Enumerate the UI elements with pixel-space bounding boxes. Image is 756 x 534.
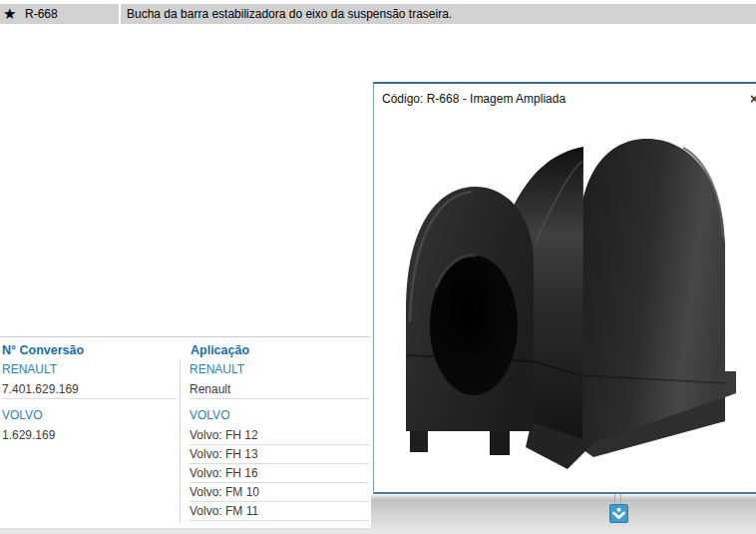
star-icon[interactable]: ★ <box>3 5 16 23</box>
list-item: 1.629.169 <box>2 426 177 444</box>
brand-link[interactable]: RENAULT <box>189 360 369 380</box>
list-item: Renault <box>189 380 369 399</box>
part-code-cell[interactable]: ★ R-668 <box>0 4 119 24</box>
brand-link[interactable]: VOLVO <box>2 406 177 426</box>
list-item: Volvo: FM 10 <box>189 483 369 502</box>
list-item: Volvo: FH 12 <box>189 426 369 445</box>
aplicacao-column: RENAULTRenaultVOLVOVolvo: FH 12Volvo: FH… <box>189 360 369 521</box>
brand-group: RENAULT7.401.629.169 <box>2 360 177 399</box>
list-item: Volvo: FM 11 <box>189 502 369 521</box>
list-item: 7.401.629.169 <box>2 380 177 399</box>
close-icon[interactable]: × <box>750 91 756 107</box>
column-header-conversao: N° Conversão <box>2 343 84 357</box>
image-modal: Código: R-668 - Imagem Ampliada × <box>373 82 756 494</box>
conversion-application-panel: N° Conversão Aplicação RENAULT7.401.629.… <box>0 336 371 528</box>
catalog-page: ★ R-668 Bucha da barra estabilizadora do… <box>0 0 756 534</box>
part-summary-row: ★ R-668 Bucha da barra estabilizadora do… <box>0 4 756 24</box>
chevron-down-button[interactable] <box>609 504 628 523</box>
list-item: Volvo: FH 16 <box>189 464 369 483</box>
column-divider <box>180 360 181 523</box>
conversao-column: RENAULT7.401.629.169VOLVO1.629.169 <box>2 360 177 444</box>
brand-group: RENAULTRenault <box>189 360 369 399</box>
brand-group: VOLVO1.629.169 <box>2 406 177 444</box>
modal-title: Código: R-668 - Imagem Ampliada <box>382 92 566 106</box>
product-image <box>384 122 753 486</box>
brand-link[interactable]: RENAULT <box>2 360 177 380</box>
part-code: R-668 <box>25 7 58 21</box>
column-header-aplicacao: Aplicação <box>190 343 249 357</box>
brand-link[interactable]: VOLVO <box>189 406 369 426</box>
part-description-cell: Bucha da barra estabilizadora do eixo da… <box>121 4 756 24</box>
brand-group: VOLVOVolvo: FH 12Volvo: FH 13Volvo: FH 1… <box>189 406 369 521</box>
part-description: Bucha da barra estabilizadora do eixo da… <box>127 7 452 21</box>
list-item: Volvo: FH 13 <box>189 445 369 464</box>
chevron-down-icon <box>611 506 626 521</box>
